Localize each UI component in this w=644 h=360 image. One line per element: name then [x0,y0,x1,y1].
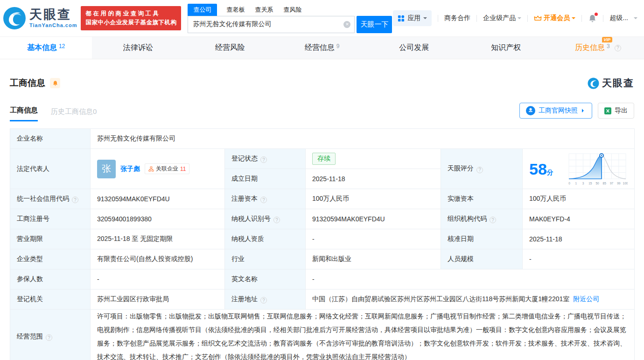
legal-rep-name-link[interactable]: 张子彪 [120,165,140,173]
divider [581,15,582,22]
tianyancha-logo-icon [3,7,26,30]
help-icon[interactable]: ? [260,156,267,163]
search-button[interactable]: 天眼一下 [357,16,392,33]
help-icon[interactable]: ? [273,217,280,223]
business-info-table: 企业名称 苏州无咎文化传媒有限公司 法定代表人 张 张子彪 关联 [10,128,635,360]
legal-rep-cell: 张 张子彪 关联企业 11 [97,160,218,178]
apps-menu-button[interactable]: 应用 [393,10,432,26]
table-row: 统一社会信用代码? 91320594MAK0EYFD4U 注册资本? 100万人… [10,189,635,209]
score-label: 天眼评分? [441,149,523,189]
subtab-business-info[interactable]: 工商信息 [10,106,38,121]
reg-capital-label: 注册资本? [225,189,306,209]
divider [527,15,528,22]
tab-operation-risk[interactable]: 经营风险 [184,37,276,59]
tab-count: 12 [59,43,65,49]
help-icon[interactable]: ? [46,334,52,341]
tianyancha-logo[interactable]: 天眼查 TianYanCha.com [3,7,77,30]
search-tab-company[interactable]: 查公司 [188,4,217,16]
subscribe-bell-button[interactable] [50,78,60,88]
org-code-value: MAK0EYFD-4 [523,209,635,229]
reg-authority-label: 登记机关 [10,289,91,310]
search-tab-risk[interactable]: 查风险 [282,4,302,16]
search-tab-relation[interactable]: 查关系 [254,4,274,16]
reg-number-value: 320594001899380 [91,209,225,229]
staff-size-value: - [523,249,635,269]
enterprise-label: 企业级产品 [483,14,516,22]
excel-icon [604,107,611,114]
open-vip-button[interactable]: 开通会员 [534,14,575,22]
user-menu[interactable]: 超级... [609,14,637,22]
company-name-value: 苏州无咎文化传媒有限公司 [91,129,635,149]
industry-label: 行业 [225,249,306,269]
tab-intellectual-property[interactable]: 知识产权 [460,37,552,59]
search-input[interactable] [188,16,355,33]
approval-date-value: 2025-11-18 [523,229,635,249]
taxpayer-quality-label: 纳税人资质 [225,229,306,249]
top-header: 天眼查 TianYanCha.com 都在用的商业查询工具 国家中小企业发展子基… [0,0,644,36]
chevron-down-icon [423,17,427,21]
tab-operation-info[interactable]: 经营信息 9 [276,37,368,59]
section-title: 工商信息 [10,77,45,89]
related-companies-badge[interactable]: 关联企业 11 [145,163,189,174]
business-scope-value: 许可项目：出版物零售；出版物批发；出版物互联网销售；互联网信息服务；网络文化经营… [91,310,635,360]
establish-date-value: 2025-11-18 [306,169,441,189]
table-row: 企业类型 有限责任公司(自然人投资或控股) 行业 新闻和出版业 人员规模 - [10,249,635,269]
brand-slogan: 都在用的商业查询工具 国家中小企业发展子基金旗下机构 [81,6,181,30]
chevron-down-icon [634,17,637,21]
approval-date-label: 核准日期 [441,229,523,249]
industry-value: 新闻和出版业 [306,249,441,269]
help-icon[interactable]: ? [476,167,483,173]
tab-company-development[interactable]: 公司发展 [368,37,460,59]
avatar[interactable]: 张 [97,160,116,178]
tab-history-info[interactable]: 历史信息 VIP 3 ? [552,37,644,59]
search-tab-boss[interactable]: 查老板 [225,4,245,16]
export-label: 导出 [615,106,628,115]
svg-text:97: 97 [610,182,614,185]
table-row: 参保人数 - 英文名称 - [10,269,635,289]
tab-label: 经营信息 [305,43,335,53]
slogan-line1: 都在用的商业查询工具 [85,9,176,18]
subtab-history-business-info[interactable]: 历史工商信息0 [51,107,97,121]
svg-text:0: 0 [568,182,570,185]
help-icon[interactable]: ? [260,197,267,203]
legal-rep-label: 法定代表人 [10,149,91,189]
export-button[interactable]: 导出 [598,103,634,119]
nav-cooperation[interactable]: 商务合作 [444,14,470,22]
insured-count-value: - [91,269,225,289]
help-icon[interactable]: ? [72,197,78,203]
score-value: 58 [529,160,547,178]
taxpayer-id-value: 91320594MAK0EYFD4U [306,209,441,229]
official-snapshot-button[interactable]: 工商官网快照 [519,103,592,119]
help-icon[interactable]: ? [615,45,621,51]
notifications-button[interactable] [588,14,597,23]
help-icon[interactable]: ? [490,217,496,223]
tab-legal-litigation[interactable]: 法律诉讼 [92,37,184,59]
help-icon[interactable]: ? [260,297,267,304]
table-row: 营业期限 2025-11-18 至 无固定期限 纳税人资质 - 核准日期 202… [10,229,635,249]
related-companies-count: 11 [180,166,186,172]
reg-number-label: 工商注册号 [10,209,91,229]
user-label: 超级... [609,14,628,22]
vip-label: 开通会员 [544,14,570,22]
search-block: 查公司 查老板 查关系 查风险 ✕ 天眼一下 [188,4,392,33]
business-term-value: 2025-11-18 至 无固定期限 [91,229,225,249]
apps-label: 应用 [407,14,420,22]
taxpayer-quality-value: - [306,229,441,249]
reg-authority-value: 苏州工业园区行政审批局 [91,289,225,310]
status-badge: 存续 [312,153,336,165]
company-name-label: 企业名称 [10,129,91,149]
search-clear-icon[interactable]: ✕ [343,21,350,28]
divider [438,15,438,22]
cooperation-label: 商务合作 [444,14,470,22]
chevron-down-icon [518,17,521,21]
slogan-line2: 国家中小企业发展子基金旗下机构 [85,18,176,27]
tab-label: 基本信息 [27,43,57,53]
paid-capital-value: 100万人民币 [523,189,635,209]
insured-count-label: 参保人数 [10,269,91,289]
nav-enterprise-products[interactable]: 企业级产品 [483,14,521,22]
staff-size-label: 人员规模 [441,249,523,269]
stamp-icon [526,106,535,115]
tab-basic-info[interactable]: 基本信息 12 [0,37,92,59]
english-name-value: - [306,269,635,289]
nearby-companies-link[interactable]: 附近公司 [573,295,599,303]
